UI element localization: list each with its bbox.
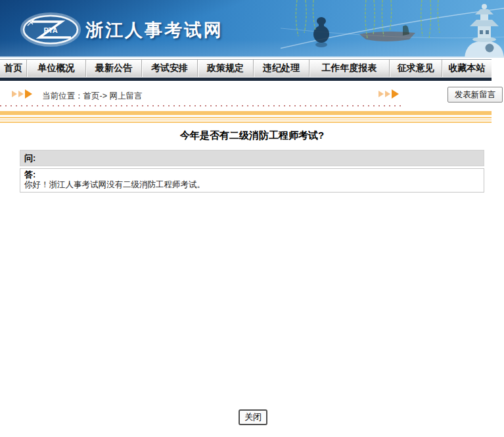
breadcrumb-arrows-right-icon	[378, 89, 399, 99]
nav-item-org-overview[interactable]: 单位概况	[26, 60, 85, 77]
orange-stripe-thin	[0, 122, 492, 123]
breadcrumb-arrows-left-icon	[12, 89, 32, 99]
stone-pagoda	[465, 4, 504, 58]
nav-item-bookmark-site[interactable]: 收藏本站	[442, 60, 492, 77]
breadcrumb-home-link[interactable]: 首页	[83, 91, 100, 101]
message-title: 今年是否有二级消防工程师考试?	[0, 129, 504, 142]
new-post-button[interactable]: 发表新留言	[447, 87, 503, 103]
nav-item-home[interactable]: 首页	[0, 60, 26, 77]
nav-item-exam-schedule[interactable]: 考试安排	[141, 60, 197, 77]
breadcrumb-separator: ->	[100, 91, 107, 101]
answer-box: 答: 你好！浙江人事考试网没有二级消防工程师考试。	[20, 168, 484, 193]
nav-item-policies[interactable]: 政策规定	[197, 60, 253, 77]
orange-stripe-thick	[0, 111, 492, 115]
question-label: 问:	[24, 153, 35, 163]
nav-item-violation-handling[interactable]: 违纪处理	[253, 60, 309, 77]
breadcrumb-current-link[interactable]: 网上留言	[109, 91, 142, 101]
logo-letters: PTA	[43, 26, 57, 34]
close-button[interactable]: 关闭	[239, 409, 267, 425]
zpta-logo-icon[interactable]: PTA	[20, 12, 81, 47]
nav-item-annual-report[interactable]: 工作年度报表	[309, 60, 389, 77]
main-nav: 首页 单位概况 最新公告 考试安排 政策规定 违纪处理 工作年度报表 征求意见 …	[0, 59, 492, 77]
answer-label: 答:	[24, 170, 35, 179]
nav-underline	[0, 78, 492, 81]
answer-text: 你好！浙江人事考试网没有二级消防工程师考试。	[24, 180, 480, 190]
question-bar: 问:	[20, 150, 484, 166]
nav-item-feedback[interactable]: 征求意见	[389, 60, 442, 77]
breadcrumb-label: 当前位置：	[42, 91, 83, 101]
site-header: PTA 浙江人事考试网	[0, 0, 504, 58]
site-title: 浙江人事考试网	[85, 18, 223, 42]
breadcrumb: 当前位置：首页-> 网上留言	[42, 91, 142, 102]
header-scene-illustration	[281, 0, 504, 58]
orange-stripe-thin	[0, 120, 492, 120]
orange-stripe-thin	[0, 117, 492, 118]
nav-item-latest-announcements[interactable]: 最新公告	[85, 60, 141, 77]
pot-silhouette	[313, 17, 329, 47]
page: PTA 浙江人事考试网	[0, 0, 504, 437]
dotted-divider	[0, 105, 403, 106]
